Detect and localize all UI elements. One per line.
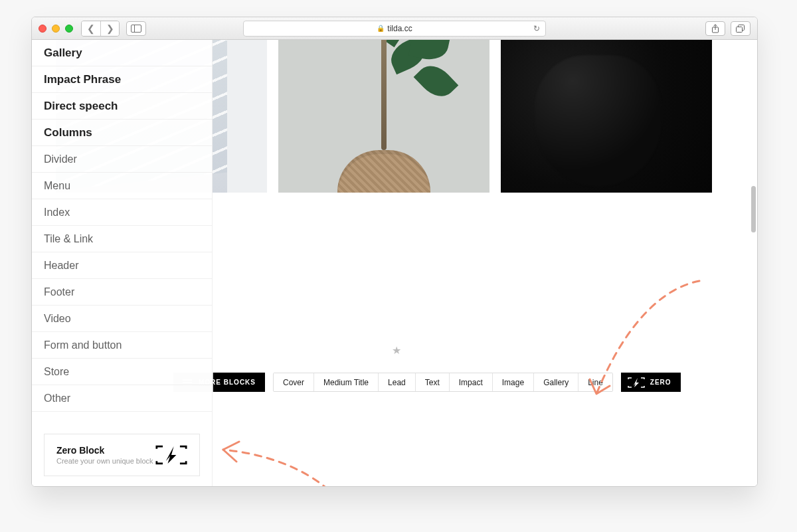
sidebar-item-label: Menu <box>44 180 70 192</box>
reload-icon[interactable]: ↻ <box>533 24 540 33</box>
share-button[interactable] <box>705 21 725 36</box>
sidebar-item-header[interactable]: Header <box>32 252 212 279</box>
annotation-arrow-to-sidebar <box>218 440 391 486</box>
sidebar-item-label: Footer <box>44 286 74 298</box>
url-bar[interactable]: 🔒 tilda.cc ↻ <box>243 21 546 37</box>
pill-label: Image <box>502 378 524 387</box>
sidebar-item-label: Impact Phrase <box>44 73 121 86</box>
page-viewport: ★ MORE BLOCKS Cover Medium Title Lead Te… <box>32 40 757 486</box>
nav-forward-button[interactable]: ❯ <box>100 21 119 36</box>
zero-button-label: ZERO <box>650 379 671 386</box>
plant-basket <box>337 150 430 193</box>
sidebar-icon <box>131 25 141 33</box>
sidebar-item-label: Divider <box>44 153 77 165</box>
pill-impact[interactable]: Impact <box>450 373 493 391</box>
pill-label: Medium Title <box>323 378 369 387</box>
nav-back-button[interactable]: ❮ <box>82 21 100 36</box>
pill-label: Line <box>588 378 603 387</box>
block-pill-group: Cover Medium Title Lead Text Impact Imag… <box>273 373 613 392</box>
sidebar-item-label: Index <box>44 207 70 219</box>
block-toolbar: MORE BLOCKS Cover Medium Title Lead Text… <box>173 373 681 392</box>
toolbar-right <box>705 21 751 36</box>
scrollbar-thumb[interactable] <box>751 186 756 232</box>
sidebar-item-label: Other <box>44 393 70 404</box>
sidebar-item-label: Video <box>44 313 71 325</box>
sidebar-item-direct-speech[interactable]: Direct speech <box>32 93 212 120</box>
zero-card-title: Zero Block <box>56 445 153 456</box>
svg-rect-0 <box>132 25 141 32</box>
sidebar-item-label: Form and button <box>44 339 122 351</box>
pill-cover[interactable]: Cover <box>274 373 314 391</box>
pill-label: Cover <box>283 378 304 387</box>
sidebar-item-label: Header <box>44 260 78 272</box>
sidebar-item-label: Columns <box>44 126 92 139</box>
sidebar-item-divider[interactable]: Divider <box>32 146 212 173</box>
zero-block-icon <box>155 445 187 465</box>
pill-label: Lead <box>388 378 406 387</box>
favorite-star-icon[interactable]: ★ <box>392 344 401 357</box>
url-text: tilda.cc <box>387 24 412 33</box>
pill-label: Text <box>425 378 440 387</box>
sidebar-item-index[interactable]: Index <box>32 199 212 226</box>
gallery-image-portrait[interactable] <box>501 40 712 193</box>
lock-icon: 🔒 <box>377 25 385 32</box>
tabs-button[interactable] <box>731 21 751 36</box>
sidebar-item-video[interactable]: Video <box>32 306 212 332</box>
sidebar-item-form-button[interactable]: Form and button <box>32 332 212 359</box>
pill-image[interactable]: Image <box>493 373 534 391</box>
share-icon <box>711 24 719 33</box>
sidebar-item-label: Direct speech <box>44 100 118 113</box>
pill-label: Impact <box>459 378 483 387</box>
plant-stem <box>381 40 387 150</box>
window-controls <box>39 25 73 33</box>
zero-card-subtitle: Create your own unique block <box>56 457 153 465</box>
sidebar-item-other[interactable]: Other <box>32 385 212 412</box>
pill-medium-title[interactable]: Medium Title <box>314 373 379 391</box>
gallery-image-plant[interactable] <box>278 40 489 193</box>
pill-line[interactable]: Line <box>578 373 612 391</box>
pill-gallery[interactable]: Gallery <box>534 373 578 391</box>
sidebar-item-menu[interactable]: Menu <box>32 173 212 199</box>
pill-label: Gallery <box>543 378 569 387</box>
sidebar-item-gallery[interactable]: Gallery <box>32 40 212 66</box>
pill-text[interactable]: Text <box>416 373 450 391</box>
svg-rect-4 <box>737 27 743 32</box>
sidebar-item-columns[interactable]: Columns <box>32 120 212 146</box>
window-minimize-button[interactable] <box>52 25 60 33</box>
browser-window: ❮ ❯ 🔒 tilda.cc ↻ <box>31 17 758 487</box>
nav-buttons: ❮ ❯ <box>81 21 120 37</box>
sidebar-item-label: Gallery <box>44 46 82 60</box>
sidebar-toggle-button[interactable] <box>126 21 146 36</box>
sidebar-item-impact-phrase[interactable]: Impact Phrase <box>32 66 212 93</box>
window-zoom-button[interactable] <box>65 25 73 33</box>
category-sidebar: Gallery Impact Phrase Direct speech Colu… <box>32 40 213 486</box>
browser-toolbar: ❮ ❯ 🔒 tilda.cc ↻ <box>32 17 757 40</box>
zero-block-card[interactable]: Zero Block Create your own unique block <box>44 434 200 476</box>
zero-block-icon <box>628 377 645 388</box>
tabs-icon <box>736 25 745 33</box>
sidebar-item-label: Tile & Link <box>44 233 93 245</box>
pill-lead[interactable]: Lead <box>379 373 416 391</box>
sidebar-item-label: Store <box>44 366 69 378</box>
zero-card-text: Zero Block Create your own unique block <box>56 445 153 465</box>
zero-block-button[interactable]: ZERO <box>621 373 681 392</box>
vertical-scrollbar[interactable] <box>751 40 756 486</box>
window-close-button[interactable] <box>39 25 46 33</box>
sidebar-item-tile-link[interactable]: Tile & Link <box>32 226 212 252</box>
sidebar-item-store[interactable]: Store <box>32 359 212 385</box>
sidebar-item-footer[interactable]: Footer <box>32 279 212 306</box>
